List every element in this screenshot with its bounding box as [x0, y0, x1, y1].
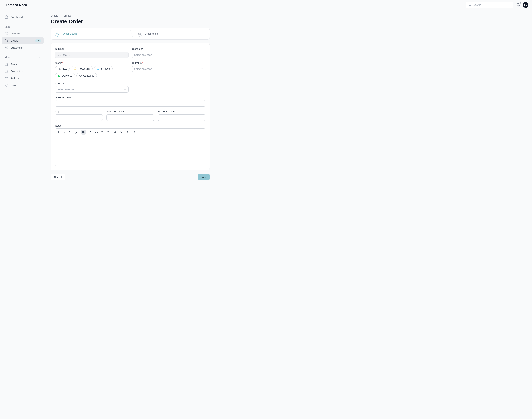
city-label: City: [55, 110, 103, 113]
customer-select[interactable]: Select an option: [132, 52, 199, 58]
svg-rect-34: [114, 131, 116, 133]
strike-button[interactable]: [68, 130, 73, 135]
heading-button[interactable]: H1: [81, 130, 86, 135]
italic-button[interactable]: [62, 130, 67, 135]
redo-icon: [132, 131, 135, 133]
status-option-shipped[interactable]: Shipped: [94, 66, 112, 71]
global-search[interactable]: [466, 2, 513, 8]
state-label: State / Province: [106, 110, 154, 113]
number-label: Number: [55, 48, 129, 50]
link-icon: [5, 84, 8, 87]
link-button[interactable]: [74, 130, 79, 135]
zip-input[interactable]: [158, 114, 205, 121]
sidebar-item-label: Products: [11, 32, 41, 35]
image-button[interactable]: [118, 130, 123, 135]
notifications-button[interactable]: 0: [516, 3, 520, 7]
svg-point-15: [97, 69, 98, 70]
code-button[interactable]: [94, 130, 99, 135]
cancel-button[interactable]: Cancel: [51, 174, 65, 180]
sidebar-item-label: Categories: [11, 70, 41, 73]
ordered-list-button[interactable]: 123: [105, 130, 110, 135]
sidebar-group-label: Blog: [5, 56, 10, 59]
quote-icon: [89, 131, 92, 133]
currency-select[interactable]: Select an option: [132, 66, 205, 72]
sparkles-icon: [58, 67, 61, 70]
status-option-new[interactable]: New: [55, 66, 69, 71]
plus-icon: [201, 53, 203, 56]
country-select[interactable]: Select an option: [55, 86, 129, 92]
sidebar-item-products[interactable]: Products: [2, 30, 44, 37]
zip-label: Zip / Postal code: [158, 110, 205, 113]
status-label: Status*: [55, 62, 129, 65]
strikethrough-icon: [69, 131, 72, 133]
svg-rect-4: [5, 34, 6, 35]
breadcrumb-current: Create: [64, 14, 71, 17]
status-radio-group: New Processing Shipped: [55, 66, 129, 79]
topbar-right: 0 DU: [466, 2, 529, 8]
document-icon: [5, 63, 8, 66]
svg-point-16: [99, 69, 99, 70]
sidebar-group-shop[interactable]: Shop: [2, 24, 44, 30]
breadcrumb: Orders Create: [51, 14, 210, 17]
quote-button[interactable]: [88, 130, 93, 135]
step-number: 01: [55, 31, 60, 37]
table-button[interactable]: [113, 130, 118, 135]
sidebar-item-orders[interactable]: Orders 197: [2, 37, 44, 44]
sidebar-item-label: Customers: [11, 46, 41, 49]
brand: Filament Nord: [3, 3, 27, 7]
status-option-delivered[interactable]: Delivered: [55, 73, 75, 79]
italic-icon: [63, 131, 66, 133]
svg-point-10: [5, 77, 6, 78]
notes-body[interactable]: [55, 136, 205, 166]
street-input[interactable]: [55, 100, 205, 107]
field-country: Country Select an option: [55, 82, 129, 92]
svg-rect-5: [7, 34, 8, 35]
main-content: Orders Create Create Order 01 Order Deta…: [46, 10, 215, 187]
redo-button[interactable]: [131, 130, 136, 135]
state-input[interactable]: [106, 114, 154, 121]
svg-point-0: [469, 4, 471, 6]
wizard-step-order-items[interactable]: 02 Order Items: [128, 28, 210, 39]
wizard-step-order-details[interactable]: 01 Order Details: [51, 28, 128, 39]
status-option-cancelled[interactable]: Cancelled: [76, 73, 97, 79]
field-city: City: [55, 110, 103, 121]
ordered-list-icon: 123: [106, 131, 109, 133]
chevron-right-icon: [60, 14, 62, 17]
grid-icon: [5, 32, 8, 35]
sidebar-item-categories[interactable]: Categories: [2, 68, 44, 75]
notification-count: 0: [520, 2, 521, 4]
chevron-up-icon: [39, 56, 41, 59]
add-customer-button[interactable]: [199, 52, 205, 58]
status-option-processing[interactable]: Processing: [71, 66, 93, 71]
undo-button[interactable]: [126, 130, 131, 135]
bullet-list-button[interactable]: [100, 130, 105, 135]
code-icon: [95, 131, 98, 133]
sidebar: Dashboard Shop Products Orders 197: [0, 10, 46, 187]
link-icon: [75, 131, 78, 133]
field-customer: Customer* Select an option: [132, 48, 205, 58]
search-icon: [468, 3, 472, 7]
sidebar-item-customers[interactable]: Customers: [2, 44, 44, 51]
page-title: Create Order: [51, 18, 210, 25]
sidebar-item-dashboard[interactable]: Dashboard: [2, 13, 44, 21]
next-button[interactable]: Next: [198, 174, 210, 180]
chevron-up-icon: [39, 26, 41, 28]
sidebar-item-authors[interactable]: Authors: [2, 75, 44, 82]
step-number: 02: [137, 31, 142, 37]
sidebar-item-label: Dashboard: [11, 16, 41, 18]
users-icon: [5, 77, 8, 80]
svg-rect-2: [5, 32, 6, 33]
city-input[interactable]: [55, 114, 103, 121]
bold-button[interactable]: [57, 130, 62, 135]
sidebar-item-label: Links: [11, 84, 41, 87]
svg-point-11: [7, 77, 7, 78]
sidebar-group-blog[interactable]: Blog: [2, 54, 44, 61]
user-avatar[interactable]: DU: [523, 2, 529, 8]
sidebar-item-links[interactable]: Links: [2, 82, 44, 89]
currency-label: Currency*: [132, 62, 205, 65]
check-badge-icon: [58, 74, 61, 77]
bullet-list-icon: [101, 131, 104, 133]
sidebar-item-posts[interactable]: Posts: [2, 61, 44, 68]
breadcrumb-parent[interactable]: Orders: [51, 14, 58, 17]
search-input[interactable]: [473, 3, 511, 6]
